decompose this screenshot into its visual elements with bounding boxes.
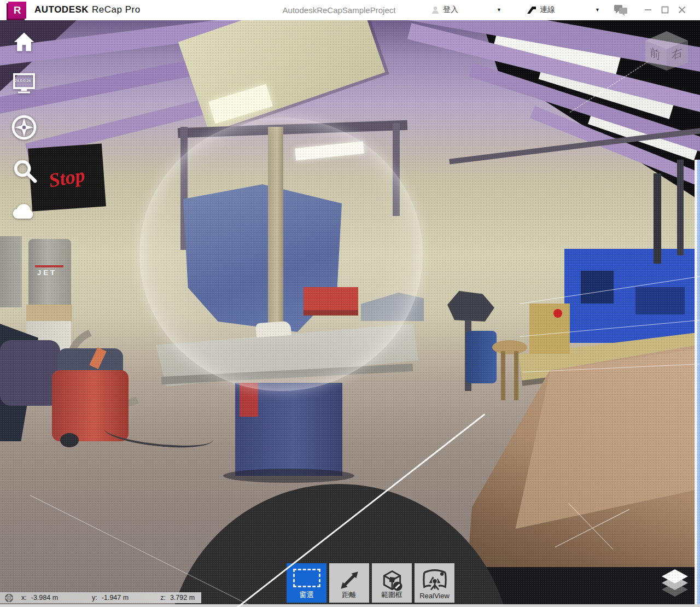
y-label: y: xyxy=(92,594,97,602)
scene-wall-pipe-1 xyxy=(654,173,661,264)
sign-in-dropdown[interactable]: ▼ xyxy=(497,4,501,16)
titlebar: R AUTODESKReCap Pro AutodeskReCapSampleP… xyxy=(0,0,700,20)
brand-name: AUTODESK xyxy=(34,4,89,15)
window-bottom-edge xyxy=(0,604,700,607)
banner-text: Stop xyxy=(47,163,86,192)
chat-bubbles-icon xyxy=(614,4,628,16)
search-button[interactable] xyxy=(12,158,37,185)
feedback-button[interactable] xyxy=(614,4,628,18)
maximize-icon xyxy=(661,5,669,14)
scene-duct-box xyxy=(178,20,385,133)
logo-letter: R xyxy=(14,4,21,16)
minimize-button[interactable] xyxy=(641,3,655,16)
window-select-icon xyxy=(293,569,320,587)
navigation-button[interactable] xyxy=(11,114,37,143)
pegboard-shadow xyxy=(581,271,614,304)
z-label: z: xyxy=(160,594,166,602)
jet-red-stripe xyxy=(35,265,63,267)
coordinate-status-bar: x: -3.984 m y: -1.947 m z: 3.792 m xyxy=(0,592,201,603)
bounding-box-icon xyxy=(380,569,404,593)
scene-drum-left xyxy=(0,236,22,307)
point-cloud-viewport[interactable]: Stop JET xyxy=(0,20,700,607)
autodesk-connect-icon xyxy=(527,6,536,14)
magnifier-icon xyxy=(12,158,37,183)
scene-right-edge-strip xyxy=(695,160,700,607)
version-badge: 24.0.0.24 xyxy=(15,79,31,83)
minimize-icon xyxy=(644,5,652,14)
scene-jet-drum: JET xyxy=(28,239,71,307)
sign-in-label: 登入 xyxy=(443,5,458,15)
scan-location-bubble[interactable] xyxy=(139,118,423,391)
sign-in-button[interactable]: 登入 xyxy=(431,4,458,16)
scene-tarp-pile xyxy=(0,340,60,406)
distance-icon xyxy=(338,569,361,592)
tool-label: 窗選 xyxy=(300,590,314,600)
tool-distance-button[interactable]: 距離 xyxy=(329,563,369,603)
scene-shopvac-wheel xyxy=(60,433,79,447)
viewcube[interactable]: 前 右 xyxy=(645,31,688,71)
tool-window-select-button[interactable]: 窗選 xyxy=(287,563,326,603)
cloud-button[interactable] xyxy=(11,202,37,223)
x-label: x: xyxy=(21,594,27,602)
scene-saw-base-shadow xyxy=(223,469,354,483)
scene-grinder xyxy=(447,291,494,322)
close-button[interactable] xyxy=(675,3,689,16)
scene-blue-barrel xyxy=(466,331,497,383)
compass-icon xyxy=(11,114,37,141)
z-value: 3.792 m xyxy=(170,594,195,602)
scene-pegboard xyxy=(564,249,700,343)
connection-label: 連線 xyxy=(540,5,555,15)
home-icon xyxy=(12,30,36,54)
app-title: AUTODESKReCap Pro xyxy=(34,4,141,15)
tool-realview-button[interactable]: RealView xyxy=(415,563,454,603)
realview-icon xyxy=(422,569,447,592)
scene-stop-banner: Stop xyxy=(28,143,106,211)
drum-label: JET xyxy=(37,269,57,277)
close-icon xyxy=(678,5,686,14)
display-button[interactable]: 24.0.0.24 xyxy=(12,72,36,96)
lathe-red-button xyxy=(553,309,562,318)
cloud-icon xyxy=(11,202,37,220)
project-name: AutodeskReCapSampleProject xyxy=(230,5,448,15)
scene-shopvac-cord xyxy=(103,417,214,452)
y-value: -1.947 m xyxy=(102,594,129,602)
pegboard-shadow xyxy=(635,287,685,314)
tool-bounding-box-button[interactable]: 範圍框 xyxy=(372,563,412,603)
connection-dropdown[interactable]: ▼ xyxy=(595,4,600,16)
home-button[interactable] xyxy=(12,30,36,56)
maximize-button[interactable] xyxy=(658,3,672,16)
crosshair-globe-icon xyxy=(4,593,14,603)
layers-widget[interactable] xyxy=(660,567,690,600)
tool-label: RealView xyxy=(419,592,450,600)
monitor-icon xyxy=(12,72,36,94)
recap-logo: R xyxy=(8,2,26,19)
scene-wall-pipe-2 xyxy=(677,160,684,255)
x-value: -3.984 m xyxy=(31,594,58,602)
scene-lathe-headstock xyxy=(529,304,570,354)
scene-drum-band xyxy=(26,305,72,322)
person-icon xyxy=(431,5,440,14)
connection-button[interactable]: 連線 xyxy=(527,4,555,16)
product-name: ReCap Pro xyxy=(92,4,141,15)
